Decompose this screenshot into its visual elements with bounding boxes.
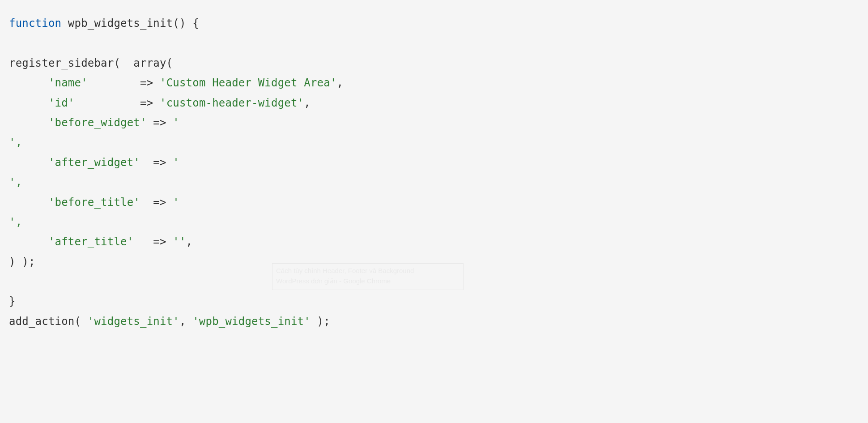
arrow: => [153, 196, 166, 209]
val-before-widget-open: ' [173, 116, 179, 129]
comma: , [304, 97, 311, 109]
code-block: function wpb_widgets_init() { register_s… [0, 0, 868, 340]
sp [311, 315, 317, 328]
sp [153, 77, 160, 89]
array-keyword: array [133, 57, 166, 69]
paren-open: ( [114, 57, 120, 69]
call-register-sidebar: register_sidebar [9, 57, 114, 69]
string-close-frag: ', [9, 176, 22, 188]
pad [133, 235, 153, 248]
arrow: => [140, 77, 153, 89]
sp [186, 315, 193, 328]
indent [9, 97, 48, 109]
pad [147, 116, 153, 129]
pad [140, 196, 153, 209]
comma: , [186, 235, 193, 248]
val-id: 'custom-header-widget' [160, 97, 304, 109]
sp [81, 315, 88, 328]
indent [9, 77, 48, 89]
pad [140, 156, 153, 169]
arrow: => [153, 235, 166, 248]
comma: , [337, 77, 344, 89]
key-id: 'id' [48, 97, 75, 109]
string-close-frag: ', [9, 216, 22, 228]
key-before-widget: 'before_widget' [48, 116, 147, 129]
sp [166, 156, 173, 169]
open-brace: { [192, 17, 199, 30]
arg-wpb-widgets-init: 'wpb_widgets_init' [192, 315, 311, 328]
indent [9, 196, 48, 209]
call-add-action: add_action [9, 315, 75, 328]
val-after-title: '' [173, 235, 186, 248]
pad [88, 77, 140, 89]
parens: () [173, 17, 186, 30]
sp [153, 97, 160, 109]
key-after-title: 'after_title' [48, 235, 133, 248]
close-paren-semi: ); [317, 315, 330, 328]
string-close-frag: ', [9, 136, 22, 149]
sp [166, 196, 173, 209]
val-after-widget-open: ' [173, 156, 179, 169]
space [120, 57, 133, 69]
indent [9, 235, 48, 248]
arrow: => [140, 97, 153, 109]
val-before-title-open: ' [173, 196, 179, 209]
sp [166, 116, 173, 129]
sp [166, 235, 173, 248]
paren-open-2: ( [166, 57, 173, 69]
close-parens: ) ); [9, 256, 35, 268]
close-brace: } [9, 295, 16, 308]
indent [9, 116, 48, 129]
comma: , [179, 315, 186, 328]
keyword-function: function [9, 17, 61, 30]
key-after-widget: 'after_widget' [48, 156, 140, 169]
arrow: => [153, 116, 166, 129]
pad [75, 97, 140, 109]
arg-widgets-init: 'widgets_init' [88, 315, 179, 328]
function-name: wpb_widgets_init [68, 17, 173, 30]
key-before-title: 'before_title' [48, 196, 140, 209]
arrow: => [153, 156, 166, 169]
val-name: 'Custom Header Widget Area' [160, 77, 337, 89]
key-name: 'name' [48, 77, 88, 89]
paren-open: ( [75, 315, 81, 328]
indent [9, 156, 48, 169]
